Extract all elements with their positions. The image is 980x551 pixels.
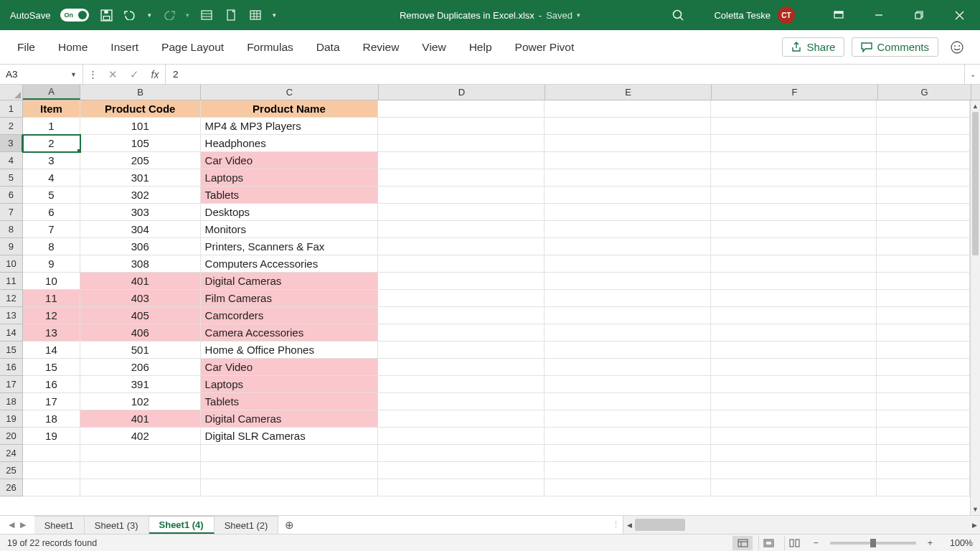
- cell[interactable]: [378, 393, 545, 410]
- cell[interactable]: [23, 462, 80, 479]
- ribbon-tab-review[interactable]: Review: [352, 30, 411, 64]
- cell[interactable]: Digital Cameras: [201, 410, 379, 428]
- cell[interactable]: 303: [80, 204, 201, 221]
- cell[interactable]: [877, 428, 970, 445]
- minimize-icon[interactable]: [862, 0, 895, 30]
- cell[interactable]: Car Video: [201, 359, 379, 376]
- smile-icon[interactable]: [946, 40, 969, 55]
- row-header[interactable]: 4: [0, 152, 23, 169]
- cell[interactable]: Headphones: [201, 135, 379, 152]
- cell[interactable]: [201, 462, 379, 479]
- cell[interactable]: [80, 479, 201, 496]
- cell[interactable]: 401: [80, 273, 201, 290]
- cell[interactable]: [877, 479, 970, 496]
- cell[interactable]: [877, 135, 970, 152]
- cell[interactable]: [545, 376, 711, 393]
- cell[interactable]: [877, 307, 970, 324]
- cell[interactable]: [877, 410, 970, 428]
- cell[interactable]: [378, 100, 545, 118]
- cell[interactable]: [378, 479, 545, 496]
- ribbon-display-icon[interactable]: [822, 0, 855, 30]
- cell[interactable]: 15: [23, 359, 80, 376]
- row-header[interactable]: 1: [0, 100, 23, 118]
- cell[interactable]: [378, 255, 545, 273]
- cell[interactable]: [545, 410, 711, 428]
- cell[interactable]: [545, 428, 711, 445]
- maximize-icon[interactable]: [903, 0, 936, 30]
- cell[interactable]: Digital Cameras: [201, 273, 379, 290]
- cell[interactable]: MP4 & MP3 Players: [201, 118, 379, 135]
- cell[interactable]: [711, 118, 877, 135]
- cell[interactable]: 13: [23, 324, 80, 342]
- cell[interactable]: [378, 118, 545, 135]
- row-header[interactable]: 12: [0, 290, 23, 307]
- cell[interactable]: [711, 204, 877, 221]
- cell[interactable]: [378, 152, 545, 169]
- autosave-toggle[interactable]: On: [60, 9, 89, 22]
- cell[interactable]: 19: [23, 428, 80, 445]
- sheet-tab[interactable]: Sheet1 (4): [149, 516, 215, 534]
- cell[interactable]: [877, 462, 970, 479]
- sheet-tab[interactable]: Sheet1: [34, 516, 85, 534]
- vscroll-thumb[interactable]: [972, 112, 979, 255]
- row-header[interactable]: 9: [0, 238, 23, 255]
- tab-scroll-split[interactable]: ⋮: [608, 516, 623, 534]
- column-header-A[interactable]: A: [23, 85, 80, 100]
- ribbon-tab-help[interactable]: Help: [458, 30, 504, 64]
- cell[interactable]: [877, 445, 970, 462]
- cell[interactable]: 8: [23, 238, 80, 255]
- horizontal-scrollbar[interactable]: ◀ ▶: [623, 516, 980, 534]
- column-header-E[interactable]: E: [545, 85, 712, 100]
- row-header[interactable]: 14: [0, 324, 23, 342]
- name-box[interactable]: A3 ▼: [0, 65, 83, 84]
- cell[interactable]: [545, 118, 711, 135]
- cell[interactable]: [378, 135, 545, 152]
- cell[interactable]: 302: [80, 187, 201, 204]
- search-icon[interactable]: [671, 8, 685, 22]
- save-icon[interactable]: [99, 8, 113, 22]
- cell[interactable]: [877, 359, 970, 376]
- cell[interactable]: Camcorders: [201, 307, 379, 324]
- hscroll-thumb[interactable]: [635, 519, 685, 531]
- undo-icon[interactable]: [123, 8, 138, 22]
- cell[interactable]: 391: [80, 376, 201, 393]
- redo-icon[interactable]: [161, 8, 176, 22]
- column-header-B[interactable]: B: [80, 85, 201, 100]
- cell[interactable]: 501: [80, 342, 201, 359]
- cell[interactable]: Tablets: [201, 187, 379, 204]
- cell[interactable]: [378, 359, 545, 376]
- column-header-C[interactable]: C: [201, 85, 379, 100]
- row-header[interactable]: 13: [0, 307, 23, 324]
- cell[interactable]: [378, 187, 545, 204]
- ribbon-tab-view[interactable]: View: [410, 30, 457, 64]
- cell[interactable]: [378, 462, 545, 479]
- cell[interactable]: 401: [80, 410, 201, 428]
- table-icon[interactable]: [248, 8, 263, 22]
- select-all-corner[interactable]: [0, 85, 23, 100]
- cell[interactable]: Laptops: [201, 169, 379, 187]
- cell[interactable]: [877, 255, 970, 273]
- cell[interactable]: Computers Accessories: [201, 255, 379, 273]
- close-icon[interactable]: [943, 0, 976, 30]
- cell[interactable]: [877, 393, 970, 410]
- cell[interactable]: [545, 204, 711, 221]
- cell[interactable]: [545, 273, 711, 290]
- cell[interactable]: 102: [80, 393, 201, 410]
- column-header-F[interactable]: F: [712, 85, 878, 100]
- cell[interactable]: Product Name: [201, 100, 379, 118]
- row-header[interactable]: 25: [0, 462, 23, 479]
- cell[interactable]: 301: [80, 169, 201, 187]
- cell[interactable]: [711, 445, 877, 462]
- comments-button[interactable]: Comments: [852, 37, 938, 57]
- cell[interactable]: 17: [23, 393, 80, 410]
- cell[interactable]: [545, 238, 711, 255]
- namebox-dropdown-icon[interactable]: ▼: [70, 71, 77, 78]
- cell[interactable]: [711, 290, 877, 307]
- cell[interactable]: [877, 118, 970, 135]
- cell[interactable]: [378, 221, 545, 238]
- cell[interactable]: [545, 479, 711, 496]
- row-header[interactable]: 15: [0, 342, 23, 359]
- cell[interactable]: [711, 100, 877, 118]
- cell[interactable]: [545, 359, 711, 376]
- ribbon-tab-page-layout[interactable]: Page Layout: [150, 30, 235, 64]
